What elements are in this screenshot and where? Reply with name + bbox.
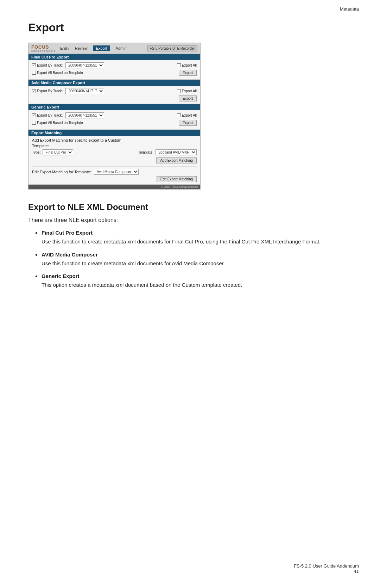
avid-track-checkbox[interactable]: [32, 89, 36, 93]
generic-track-checkbox-label: Export By Track:: [32, 113, 63, 117]
page-header-label: Metadata: [340, 6, 359, 12]
nav-right-button[interactable]: FS-5 Portable DTE Recorder: [147, 45, 197, 51]
generic-track-checkbox[interactable]: [32, 113, 36, 117]
footer-guide-text: FS-5 2.0 User Guide Addendum: [294, 563, 359, 569]
nav-entry[interactable]: Entry: [60, 46, 69, 50]
generic-section-content: Export By Track: 20090407-123551 Export …: [28, 110, 200, 130]
avid-track-label: Export By Track:: [37, 89, 63, 93]
final-cut-track-checkbox[interactable]: [32, 63, 36, 67]
avid-track-checkbox-label: Export By Track:: [32, 89, 63, 93]
screenshot-ui: FOCUS enhancements Entry Review Export A…: [28, 43, 201, 190]
nav-items: Entry Review Export Admin: [60, 45, 147, 51]
generic-track-label: Export By Track:: [37, 113, 63, 117]
matching-section-content: Add Export Matching for specific export …: [28, 136, 200, 185]
generic-export-all-label: Export All: [177, 113, 197, 117]
final-cut-export-all-checkbox[interactable]: [177, 63, 181, 67]
final-cut-track-checkbox-label: Export By Track:: [32, 63, 63, 67]
logo-main-text: FOCUS: [31, 44, 56, 50]
final-cut-template-text: Export All Based on Template: [37, 71, 83, 75]
final-cut-export-all-text: Export All: [182, 63, 197, 67]
generic-template-checkbox[interactable]: [32, 121, 36, 125]
export-section-title: Export to NLE XML Document: [28, 202, 352, 212]
generic-export-button[interactable]: Export: [179, 120, 197, 126]
edit-matching-label: Edit Export Matching for Template:: [32, 170, 91, 174]
avid-export-button[interactable]: Export: [179, 95, 197, 101]
bullet-title-1: AVID Media Composer: [42, 252, 352, 258]
bullet-desc-1: Use this function to create metadata xml…: [42, 260, 352, 268]
avid-export-all-text: Export All: [182, 89, 197, 93]
screen-body: Final Cut Pro Export Export By Track: 20…: [28, 54, 200, 189]
avid-section-header: Avid Media Composer Export: [28, 80, 200, 86]
matching-template-value-label: Template:: [138, 150, 153, 154]
generic-track-select[interactable]: 20090407-123551: [65, 112, 104, 118]
generic-export-all-checkbox[interactable]: [177, 113, 181, 117]
final-cut-section-header: Final Cut Pro Export: [28, 54, 200, 60]
avid-export-all-label: Export All: [177, 89, 197, 93]
avid-section-content: Export By Track: 20090408-141717 Export …: [28, 86, 200, 104]
final-cut-template-checkbox[interactable]: [32, 71, 36, 75]
final-cut-section-content: Export By Track: 20090407-123551 Export …: [28, 60, 200, 80]
matching-type-label: Type:: [32, 150, 40, 154]
final-cut-export-button[interactable]: Export: [179, 70, 197, 76]
final-cut-export-all-label: Export All: [177, 63, 197, 67]
logo-sub-text: enhancements: [31, 50, 56, 52]
edit-matching-select[interactable]: Avid Media Composer: [94, 169, 139, 175]
nav-review[interactable]: Review: [75, 46, 88, 50]
matching-description: Add Export Matching for specific export …: [32, 138, 121, 142]
bullet-desc-0: Use this function to create metadata xml…: [42, 238, 352, 246]
matching-type-select[interactable]: Final Cut Pro: [43, 149, 73, 155]
nav-export[interactable]: Export: [93, 45, 110, 51]
bullet-item-2: Generic Export This option creates a met…: [35, 273, 352, 289]
generic-template-text: Export All Based on Template: [37, 121, 83, 125]
nav-admin[interactable]: Admin: [116, 46, 127, 50]
generic-template-checkbox-label: Export All Based on Template: [32, 121, 83, 125]
final-cut-template-checkbox-label: Export All Based on Template: [32, 71, 83, 75]
bullet-title-2: Generic Export: [42, 273, 352, 279]
bullet-item-0: Final Cut Pro Export Use this function t…: [35, 230, 352, 246]
edit-export-matching-button[interactable]: Edit Export Matching: [157, 176, 197, 182]
avid-export-all-checkbox[interactable]: [177, 89, 181, 93]
footer-page-number: 41: [294, 569, 359, 574]
bullet-item-1: AVID Media Composer Use this function to…: [35, 252, 352, 268]
export-bullet-list: Final Cut Pro Export Use this function t…: [28, 230, 352, 289]
bullet-title-0: Final Cut Pro Export: [42, 230, 352, 236]
matching-template-select[interactable]: Scotland AVID MXF: [156, 149, 197, 155]
final-cut-track-select[interactable]: 20090407-123551: [65, 62, 104, 68]
matching-template-label: Template:: [32, 144, 49, 148]
export-intro-text: There are three NLE export options:: [28, 217, 352, 223]
avid-track-select[interactable]: 20090408-141717: [65, 88, 104, 94]
screen-footer: © 2008 Focus Enhancements: [28, 185, 200, 189]
final-cut-track-label: Export By Track:: [37, 63, 63, 67]
add-export-matching-button[interactable]: Add Export Matching: [156, 157, 197, 163]
generic-export-all-text: Export All: [182, 113, 197, 117]
matching-section-header: Export Matching: [28, 130, 200, 136]
logo: FOCUS enhancements: [31, 44, 56, 52]
page-footer: FS-5 2.0 User Guide Addendum 41: [294, 563, 359, 574]
page-title: Export: [28, 21, 352, 34]
bullet-desc-2: This option creates a metadata xml docum…: [42, 281, 352, 289]
generic-section-header: Generic Export: [28, 104, 200, 110]
screen-nav: FOCUS enhancements Entry Review Export A…: [28, 43, 200, 54]
